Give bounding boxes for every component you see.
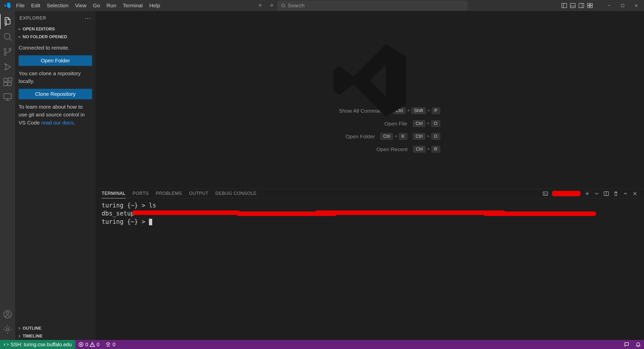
keyboard-key: Ctrl bbox=[413, 120, 425, 127]
activity-remote-explorer[interactable] bbox=[0, 90, 15, 105]
debug-icon bbox=[3, 62, 13, 72]
keyboard-key: Ctrl bbox=[413, 133, 425, 140]
svg-point-24 bbox=[108, 344, 109, 345]
redacted-terminal-name: ████████ bbox=[552, 191, 581, 196]
welcome-screen: Show All CommandsCtrl+Shift+POpen FileCt… bbox=[96, 11, 644, 189]
clone-repository-button[interactable]: Clone Repository bbox=[19, 89, 92, 99]
account-icon bbox=[3, 309, 13, 319]
chevron-right-icon bbox=[17, 334, 22, 338]
svg-point-9 bbox=[4, 33, 10, 39]
plus-separator: + bbox=[427, 147, 430, 152]
menu-edit[interactable]: Edit bbox=[28, 1, 43, 10]
bell-icon bbox=[635, 342, 641, 347]
status-problems[interactable]: 0 0 bbox=[75, 340, 102, 349]
status-ports[interactable]: 0 bbox=[102, 340, 118, 349]
remote-explorer-icon bbox=[3, 92, 13, 102]
keyboard-key: Ctrl bbox=[413, 146, 426, 153]
vscode-icon bbox=[4, 2, 11, 9]
menu-help[interactable]: Help bbox=[146, 1, 163, 10]
status-remote[interactable]: SSH: turing.cse.buffalo.edu bbox=[0, 340, 75, 349]
files-icon bbox=[3, 17, 13, 27]
status-notifications[interactable] bbox=[632, 342, 644, 347]
chevron-down-icon bbox=[17, 35, 22, 39]
panel-tab-debug-console[interactable]: DEBUG CONSOLE bbox=[215, 189, 257, 198]
activity-run-debug[interactable] bbox=[0, 59, 15, 74]
svg-rect-5 bbox=[590, 3, 592, 5]
new-terminal-icon[interactable] bbox=[584, 191, 590, 197]
panel-tab-output[interactable]: OUTPUT bbox=[189, 189, 208, 198]
status-feedback[interactable] bbox=[621, 342, 632, 347]
menu-run[interactable]: Run bbox=[104, 1, 119, 10]
menu-terminal[interactable]: Terminal bbox=[120, 1, 146, 10]
window-close-icon[interactable] bbox=[630, 0, 642, 11]
svg-rect-3 bbox=[579, 3, 584, 8]
menu-go[interactable]: Go bbox=[90, 1, 103, 10]
kill-terminal-icon[interactable] bbox=[613, 191, 619, 197]
menu-selection[interactable]: Selection bbox=[44, 1, 71, 10]
activity-explorer[interactable] bbox=[0, 14, 15, 29]
error-icon bbox=[78, 342, 84, 347]
search-placeholder: Search bbox=[288, 3, 305, 9]
menu-file[interactable]: File bbox=[13, 1, 28, 10]
activity-source-control[interactable] bbox=[0, 44, 15, 59]
status-errors-count: 0 bbox=[85, 342, 88, 347]
svg-point-10 bbox=[4, 48, 6, 50]
command-center-search[interactable]: Search bbox=[277, 1, 467, 10]
customize-layout-icon[interactable] bbox=[587, 2, 593, 9]
terminal-profile-icon[interactable] bbox=[542, 191, 548, 197]
nav-back-icon[interactable] bbox=[257, 2, 264, 10]
extensions-icon bbox=[3, 77, 13, 87]
key-combo: Ctrl+O bbox=[413, 120, 440, 127]
split-terminal-icon[interactable] bbox=[603, 191, 609, 197]
maximize-panel-icon[interactable] bbox=[622, 191, 628, 197]
window-minimize-icon[interactable] bbox=[603, 0, 615, 11]
keyboard-key: P bbox=[432, 107, 440, 114]
gear-icon bbox=[3, 324, 13, 334]
shortcut-label: Open Recent bbox=[332, 146, 408, 152]
status-bar: SSH: turing.cse.buffalo.edu 0 0 0 bbox=[0, 340, 644, 349]
svg-point-11 bbox=[4, 53, 6, 55]
menubar: File Edit Selection View Go Run Terminal… bbox=[13, 1, 163, 10]
menu-view[interactable]: View bbox=[72, 1, 89, 10]
shortcut-row: Open RecentCtrl+R bbox=[299, 146, 440, 153]
key-combo: Ctrl+O bbox=[413, 133, 440, 140]
activity-search[interactable] bbox=[0, 29, 15, 44]
nav-forward-icon[interactable] bbox=[267, 2, 275, 10]
toggle-secondary-sidebar-icon[interactable] bbox=[578, 2, 585, 9]
open-folder-button[interactable]: Open Folder bbox=[19, 55, 92, 66]
section-header-no-folder[interactable]: NO FOLDER OPENED bbox=[15, 33, 96, 41]
terminal-dropdown-icon[interactable] bbox=[594, 191, 600, 197]
section-header-open-editors[interactable]: OPEN EDITORS bbox=[15, 25, 96, 33]
plus-separator: + bbox=[427, 121, 430, 126]
warning-icon bbox=[90, 342, 95, 347]
svg-rect-8 bbox=[621, 4, 624, 7]
section-label: TIMELINE bbox=[23, 334, 43, 339]
activity-extensions[interactable] bbox=[0, 74, 15, 90]
read-docs-link[interactable]: read our docs bbox=[41, 120, 73, 125]
bottom-panel: TERMINAL PORTS PROBLEMS OUTPUT DEBUG CON… bbox=[96, 189, 644, 340]
section-timeline: TIMELINE bbox=[15, 332, 96, 340]
section-header-outline[interactable]: OUTLINE bbox=[15, 325, 96, 332]
toggle-primary-sidebar-icon[interactable] bbox=[561, 2, 568, 9]
terminal-body[interactable]: turing {~} > ls dbs_setup turing {~} > bbox=[96, 198, 644, 340]
svg-rect-13 bbox=[4, 78, 7, 81]
learn-suffix: . bbox=[73, 120, 75, 125]
status-remote-label: SSH: turing.cse.buffalo.edu bbox=[11, 342, 72, 347]
panel-tab-ports[interactable]: PORTS bbox=[133, 189, 149, 198]
section-header-timeline[interactable]: TIMELINE bbox=[15, 332, 96, 340]
window-maximize-icon[interactable] bbox=[617, 0, 628, 11]
terminal-line: dbs_setup bbox=[102, 210, 134, 217]
svg-rect-14 bbox=[4, 82, 7, 86]
svg-point-19 bbox=[6, 312, 9, 314]
toggle-panel-icon[interactable] bbox=[570, 2, 576, 9]
activity-accounts[interactable] bbox=[0, 307, 15, 322]
sidebar-more-icon[interactable]: ··· bbox=[85, 15, 91, 22]
panel-tab-problems[interactable]: PROBLEMS bbox=[156, 189, 182, 198]
close-panel-icon[interactable] bbox=[632, 191, 638, 197]
status-ports-count: 0 bbox=[112, 342, 115, 347]
editor-area: Show All CommandsCtrl+Shift+POpen FileCt… bbox=[96, 11, 644, 340]
panel-tab-terminal[interactable]: TERMINAL bbox=[102, 189, 126, 198]
remote-icon bbox=[4, 342, 9, 347]
activity-settings[interactable] bbox=[0, 322, 15, 337]
plus-separator: + bbox=[394, 134, 397, 139]
